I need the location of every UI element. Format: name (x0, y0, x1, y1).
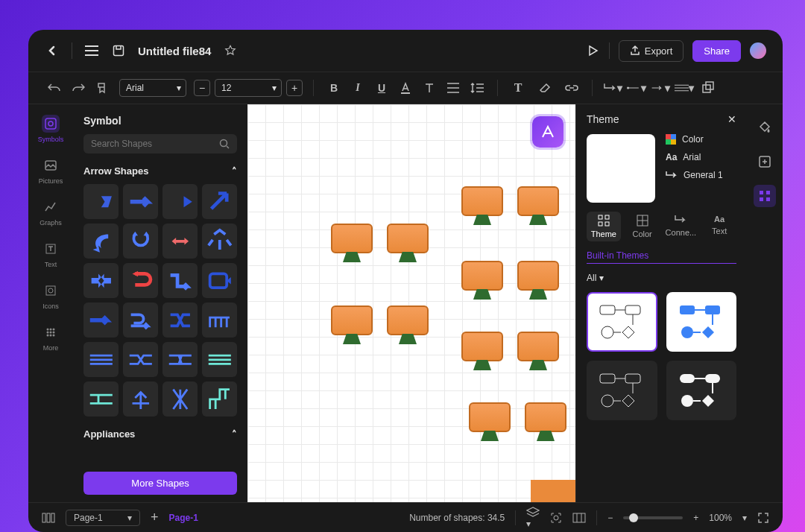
line-style-button[interactable]: ▾ (675, 78, 694, 98)
save-icon[interactable] (111, 43, 126, 58)
shape-desk[interactable] (329, 224, 374, 265)
shape-desk[interactable] (516, 261, 561, 303)
line-end-button[interactable]: ▾ (651, 78, 670, 98)
section-appliances[interactable]: Appliances ˄ (83, 428, 237, 440)
insert-tool[interactable] (754, 151, 776, 173)
active-page[interactable]: Page-1 (169, 513, 198, 523)
layers-icon[interactable]: ▾ (526, 507, 540, 529)
arrow-shape[interactable] (83, 342, 119, 377)
avatar[interactable] (750, 42, 766, 59)
add-page-button[interactable]: + (151, 510, 159, 525)
fullscreen-icon[interactable] (757, 512, 769, 524)
position-button[interactable] (698, 78, 718, 98)
builtin-themes-link[interactable]: Built-in Themes (587, 250, 736, 264)
arrow-shape[interactable] (83, 381, 119, 417)
focus-icon[interactable] (550, 512, 562, 524)
meta-connector[interactable]: General 1 (666, 170, 723, 180)
arrow-shape[interactable] (202, 224, 237, 259)
font-size-select[interactable]: 12▾ (215, 79, 282, 97)
undo-icon[interactable] (45, 78, 64, 98)
line-spacing-button[interactable] (467, 78, 487, 98)
rail-graphs[interactable]: Graphs (40, 198, 62, 227)
file-title[interactable]: Untitled file84 (138, 45, 211, 57)
shape-desk[interactable] (460, 332, 505, 373)
arrow-shape[interactable] (162, 342, 198, 377)
ai-fab[interactable] (532, 116, 564, 148)
rail-symbols[interactable]: Symbols (38, 115, 64, 143)
shape-desk[interactable] (385, 305, 430, 347)
text-effect-button[interactable] (420, 78, 439, 98)
arrow-shape[interactable] (83, 224, 119, 259)
menu-icon[interactable] (84, 43, 99, 58)
shape-desk[interactable] (460, 186, 505, 228)
grid-tool[interactable] (754, 185, 776, 207)
arrow-shape[interactable] (202, 303, 237, 338)
shape-desk[interactable] (523, 402, 568, 444)
font-decrease-button[interactable]: − (194, 80, 210, 96)
theme-card[interactable] (587, 292, 657, 352)
align-button[interactable] (443, 78, 463, 98)
font-increase-button[interactable]: + (286, 80, 303, 96)
zoom-in-button[interactable]: + (693, 513, 698, 523)
search-shapes[interactable] (83, 134, 237, 153)
export-button[interactable]: Export (619, 40, 684, 62)
arrow-shape[interactable] (202, 263, 237, 298)
fill-tool[interactable] (754, 116, 776, 139)
meta-font[interactable]: AaArial (666, 152, 723, 162)
arrow-shape[interactable] (202, 342, 237, 377)
arrow-shape[interactable] (162, 263, 198, 298)
arrow-shape[interactable] (162, 381, 198, 417)
arrow-shape[interactable] (162, 303, 198, 338)
eraser-button[interactable] (535, 78, 555, 98)
rail-more[interactable]: More (42, 323, 60, 352)
star-icon[interactable] (223, 43, 238, 58)
arrow-shape[interactable] (162, 224, 198, 259)
arrow-shape[interactable] (202, 184, 237, 219)
play-icon[interactable] (585, 43, 600, 58)
shape-desk[interactable] (385, 224, 430, 265)
back-icon[interactable] (45, 43, 60, 58)
arrow-shape[interactable] (123, 184, 158, 219)
font-color-button[interactable] (396, 78, 415, 98)
shape-desk[interactable] (467, 402, 512, 444)
theme-card[interactable] (666, 292, 737, 352)
pages-icon[interactable] (42, 512, 55, 524)
line-start-button[interactable]: ▾ (627, 78, 646, 98)
arrow-shape[interactable] (123, 303, 158, 338)
map-icon[interactable] (572, 512, 586, 524)
arrow-shape[interactable] (123, 381, 158, 417)
shape-desk[interactable] (516, 332, 561, 373)
rail-pictures[interactable]: Pictures (39, 156, 63, 185)
italic-button[interactable]: I (348, 78, 367, 98)
font-select[interactable]: Arial▾ (119, 79, 186, 97)
tab-color[interactable]: Color (625, 212, 660, 241)
redo-icon[interactable] (69, 78, 88, 98)
shape-desk[interactable] (329, 305, 374, 347)
tab-connector[interactable]: Conne... (664, 212, 698, 241)
meta-color[interactable]: Color (666, 134, 723, 145)
underline-button[interactable]: U (372, 78, 391, 98)
arrow-shape[interactable] (202, 381, 237, 417)
shape-desk[interactable] (516, 186, 561, 228)
share-button[interactable]: Share (692, 40, 741, 62)
page-select[interactable]: Page-1▾ (66, 510, 140, 526)
arrow-shape[interactable] (83, 303, 119, 338)
section-arrow-shapes[interactable]: Arrow Shapes ˄ (83, 165, 237, 177)
arrow-shape[interactable] (123, 342, 158, 377)
arrow-shape[interactable] (123, 263, 158, 298)
theme-filter[interactable]: All▾ (587, 273, 736, 283)
arrow-shape[interactable] (123, 224, 158, 259)
arrow-shape[interactable] (162, 184, 198, 219)
arrow-shape[interactable] (83, 263, 119, 298)
connector-style-button[interactable]: ▾ (603, 78, 622, 98)
more-shapes-button[interactable]: More Shapes (83, 472, 237, 495)
rail-icons[interactable]: Icons (42, 282, 60, 310)
theme-card[interactable] (587, 361, 657, 420)
bold-button[interactable]: B (324, 78, 344, 98)
zoom-slider[interactable] (623, 516, 683, 519)
close-icon[interactable]: ✕ (727, 113, 736, 125)
format-painter-icon[interactable] (92, 78, 112, 98)
tab-text[interactable]: AaText (702, 212, 736, 241)
shape-desk[interactable] (460, 261, 505, 303)
text-tool-button[interactable]: T (508, 78, 528, 98)
